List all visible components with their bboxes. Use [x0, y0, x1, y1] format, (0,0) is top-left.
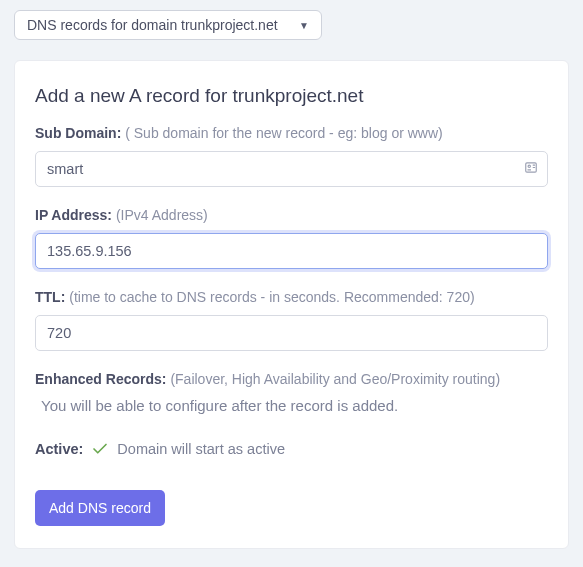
ttl-input[interactable]: [35, 315, 548, 351]
ip-input[interactable]: [35, 233, 548, 269]
enhanced-label: Enhanced Records:: [35, 371, 166, 387]
add-record-card: Add a new A record for trunkproject.net …: [14, 60, 569, 549]
ttl-hint: (time to cache to DNS records - in secon…: [69, 289, 474, 305]
ip-field: IP Address: (IPv4 Address): [35, 207, 548, 269]
subdomain-input[interactable]: [35, 151, 548, 187]
ip-label-row: IP Address: (IPv4 Address): [35, 207, 548, 223]
chevron-down-icon: ▼: [299, 20, 309, 31]
subdomain-field: Sub Domain: ( Sub domain for the new rec…: [35, 125, 548, 187]
domain-dropdown[interactable]: DNS records for domain trunkproject.net …: [14, 10, 322, 40]
ip-label: IP Address:: [35, 207, 112, 223]
subdomain-hint: ( Sub domain for the new record - eg: bl…: [125, 125, 442, 141]
active-message: Domain will start as active: [117, 441, 285, 457]
ttl-field: TTL: (time to cache to DNS records - in …: [35, 289, 548, 351]
subdomain-label-row: Sub Domain: ( Sub domain for the new rec…: [35, 125, 548, 141]
ttl-label: TTL:: [35, 289, 65, 305]
ip-hint: (IPv4 Address): [116, 207, 208, 223]
enhanced-hint: (Failover, High Availability and Geo/Pro…: [170, 371, 500, 387]
enhanced-field: Enhanced Records: (Failover, High Availa…: [35, 371, 548, 414]
enhanced-label-row: Enhanced Records: (Failover, High Availa…: [35, 371, 548, 387]
active-label: Active:: [35, 441, 83, 457]
enhanced-message: You will be able to configure after the …: [41, 397, 548, 414]
check-icon: [91, 440, 109, 458]
add-dns-record-button[interactable]: Add DNS record: [35, 490, 165, 526]
ttl-label-row: TTL: (time to cache to DNS records - in …: [35, 289, 548, 305]
card-title: Add a new A record for trunkproject.net: [35, 85, 548, 107]
active-row: Active: Domain will start as active: [35, 440, 548, 458]
domain-dropdown-label: DNS records for domain trunkproject.net: [27, 17, 278, 33]
subdomain-label: Sub Domain:: [35, 125, 121, 141]
